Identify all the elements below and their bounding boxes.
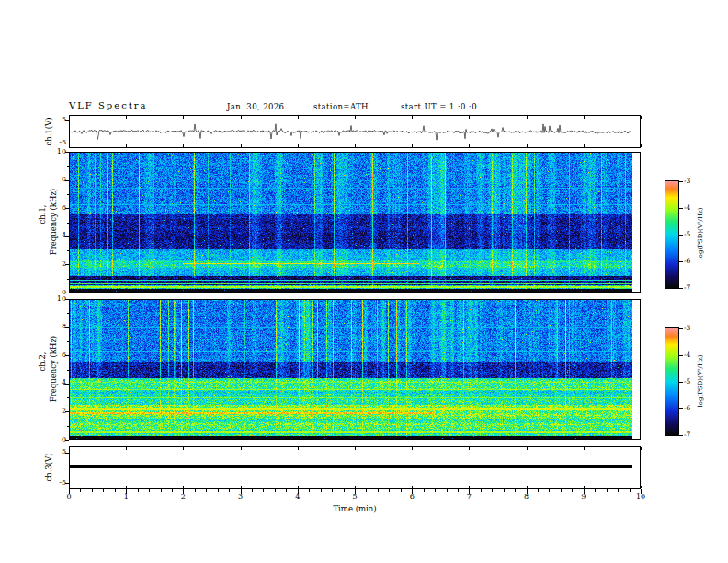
axis-tick <box>679 328 683 329</box>
axis-tick <box>69 486 70 488</box>
ch1-spectrogram-panel <box>69 152 641 293</box>
axis-tick <box>595 489 596 492</box>
ch3-waveform-ylabel: ch.3(V) <box>45 453 53 481</box>
axis-tick <box>67 166 69 167</box>
axis-tick <box>67 279 69 280</box>
axis-tick <box>241 144 242 147</box>
axis-tick <box>92 489 93 492</box>
axis-tick <box>584 116 585 119</box>
y-tick-label: 6 <box>46 204 66 212</box>
x-tick-label: 2 <box>174 493 192 500</box>
y-tick-label: 5 <box>46 448 66 455</box>
axis-tick <box>492 489 493 492</box>
axis-tick <box>126 447 127 450</box>
axis-tick <box>447 489 448 492</box>
axis-tick <box>241 116 242 119</box>
ch3-waveform-panel <box>69 446 641 489</box>
axis-tick <box>67 341 69 342</box>
axis-tick <box>641 116 642 119</box>
axis-tick <box>458 489 459 492</box>
axis-tick <box>389 489 390 492</box>
axis-tick <box>115 489 116 492</box>
colorbar-tick-label: -5 <box>684 378 699 385</box>
axis-tick <box>412 144 413 147</box>
axis-tick <box>679 208 683 209</box>
axis-tick <box>67 313 69 314</box>
axis-tick <box>252 489 253 492</box>
x-tick-label: 6 <box>403 493 421 500</box>
axis-tick <box>469 144 470 147</box>
axis-tick <box>527 116 528 119</box>
axis-tick <box>67 426 69 427</box>
x-tick-label: 5 <box>346 493 364 500</box>
axis-tick <box>641 447 642 450</box>
y-tick-label: -5 <box>46 479 66 487</box>
axis-tick <box>275 489 276 492</box>
colorbar-ch2 <box>665 327 679 436</box>
axis-tick <box>641 486 642 488</box>
axis-tick <box>344 489 345 492</box>
x-tick-label: 1 <box>117 493 135 500</box>
y-tick-label: 10 <box>46 295 66 303</box>
axis-tick <box>572 489 573 492</box>
axis-tick <box>618 489 619 492</box>
axis-tick <box>641 144 642 147</box>
x-tick-label: 8 <box>518 493 536 500</box>
axis-tick <box>161 489 162 492</box>
colorbar-ch1-gradient <box>665 181 678 288</box>
axis-tick <box>412 116 413 119</box>
vlf-spectra-figure: VLF Spectra Jan. 30, 2026 station=ATH st… <box>0 0 728 563</box>
axis-tick <box>378 489 379 492</box>
axis-tick <box>401 489 402 492</box>
axis-tick <box>298 447 299 450</box>
x-axis-title: Time (min) <box>309 505 401 513</box>
axis-tick <box>67 194 69 195</box>
ch1-spectrogram-ylabel-line1: ch.1, <box>39 204 47 224</box>
axis-tick <box>584 447 585 450</box>
axis-tick <box>549 489 550 492</box>
plot-title: VLF Spectra <box>69 101 148 110</box>
axis-tick <box>80 489 81 492</box>
ch1-spectrogram-canvas <box>70 153 632 292</box>
axis-tick <box>412 486 413 488</box>
axis-tick <box>103 489 104 492</box>
y-tick-label: 4 <box>46 379 66 386</box>
ch1-spectrogram-ylabel-line2: Frequency (kHz) <box>50 189 58 255</box>
axis-tick <box>412 447 413 450</box>
date-label: Jan. 30, 2026 <box>227 103 284 111</box>
colorbar-tick-label: -3 <box>684 178 699 185</box>
axis-tick <box>561 489 562 492</box>
axis-tick <box>126 144 127 147</box>
axis-tick <box>469 447 470 450</box>
axis-tick <box>183 144 184 147</box>
colorbar-tick-label: -3 <box>684 325 699 332</box>
ch2-spectrogram-ylabel-line2: Frequency (kHz) <box>50 336 58 402</box>
colorbar-ch2-gradient <box>665 328 678 435</box>
axis-tick <box>679 181 683 182</box>
y-tick-label: 8 <box>46 323 66 330</box>
colorbar-ch1 <box>665 180 679 289</box>
colorbar-tick-label: -7 <box>684 284 699 292</box>
axis-tick <box>527 447 528 450</box>
axis-tick <box>241 447 242 450</box>
axis-tick <box>126 116 127 119</box>
ch2-spectrogram-ylabel-line1: ch.2, <box>39 351 47 371</box>
axis-tick <box>538 489 539 492</box>
axis-tick <box>679 355 683 356</box>
axis-tick <box>584 486 585 488</box>
axis-tick <box>435 489 436 492</box>
axis-tick <box>527 144 528 147</box>
station-label: station=ATH <box>313 103 369 111</box>
axis-tick <box>607 489 608 492</box>
axis-tick <box>286 489 287 492</box>
axis-tick <box>298 116 299 119</box>
x-tick-label: 9 <box>574 493 593 500</box>
x-tick-label: 10 <box>631 493 650 500</box>
y-tick-label: 0 <box>46 436 66 443</box>
axis-tick <box>332 489 333 492</box>
axis-tick <box>229 489 230 492</box>
ch2-spectrogram-canvas <box>70 300 632 439</box>
axis-tick <box>527 486 528 488</box>
axis-tick <box>67 370 69 371</box>
axis-tick <box>67 250 69 251</box>
